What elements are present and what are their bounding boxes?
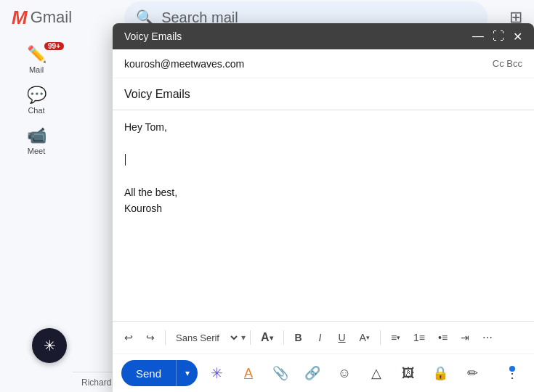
sidebar-item-chat[interactable]: 💬 Chat bbox=[4, 81, 68, 119]
text-cursor bbox=[125, 154, 126, 166]
floating-sparkle-icon: ✳ bbox=[44, 337, 56, 354]
send-button-group: Send ▾ bbox=[121, 360, 198, 386]
cc-bcc-label[interactable]: Cc Bcc bbox=[493, 58, 522, 69]
mail-icon: ✏️ bbox=[27, 45, 46, 64]
compose-modal: Voicy Emails — ⛶ ✕ kourosh@meetwaves.com… bbox=[113, 23, 534, 392]
ordered-list-icon: 1≡ bbox=[413, 332, 425, 343]
toolbar-divider-1 bbox=[165, 330, 166, 345]
compose-subject-field[interactable]: Voicy Emails bbox=[113, 78, 534, 110]
sidebar-item-label-chat: Chat bbox=[28, 106, 44, 115]
text-color-action-button[interactable]: A bbox=[235, 360, 262, 386]
font-select[interactable]: Sans Serif Serif Monospace bbox=[170, 329, 240, 347]
compose-header: Voicy Emails — ⛶ ✕ bbox=[113, 23, 534, 49]
unordered-list-button[interactable]: •≡ bbox=[432, 326, 453, 349]
compose-to-field[interactable]: kourosh@meetwaves.com Cc Bcc bbox=[113, 49, 534, 78]
bold-button[interactable]: B bbox=[288, 326, 309, 349]
sidebar-item-label-meet: Meet bbox=[28, 147, 45, 155]
italic-button[interactable]: I bbox=[310, 326, 331, 349]
compose-to-value: kourosh@meetwaves.com bbox=[124, 58, 493, 70]
notification-dot bbox=[509, 366, 515, 372]
link-icon: 🔗 bbox=[304, 365, 320, 381]
gmail-m-icon: M bbox=[12, 7, 28, 29]
attach-icon: 📎 bbox=[272, 365, 288, 381]
font-size-button[interactable]: A ▾ bbox=[255, 326, 279, 349]
emoji-button[interactable]: ☺ bbox=[331, 360, 357, 386]
format-toolbar: ↩ ↪ Sans Serif Serif Monospace ▾ A ▾ B I… bbox=[113, 321, 534, 354]
body-cursor-line bbox=[124, 152, 522, 168]
sidebar-item-mail[interactable]: ✏️ Mail 99+ bbox=[4, 41, 68, 78]
text-color-action-icon: A bbox=[244, 366, 253, 381]
body-line4: Kourosh bbox=[124, 200, 522, 216]
sparkle-icon: ✳ bbox=[211, 364, 223, 382]
send-dropdown-button[interactable]: ▾ bbox=[176, 360, 198, 386]
more-button[interactable]: ⋮ bbox=[499, 360, 525, 386]
send-button[interactable]: Send bbox=[121, 360, 176, 386]
emoji-icon: ☺ bbox=[338, 366, 351, 381]
photo-icon: 🖼 bbox=[402, 366, 415, 381]
more-actions-container: ⋮ bbox=[499, 360, 525, 386]
chevron-down-icon: ▾ bbox=[185, 368, 190, 378]
lock-button[interactable]: 🔒 bbox=[427, 360, 453, 386]
align-icon: ≡ bbox=[391, 332, 397, 343]
chat-icon: 💬 bbox=[27, 86, 46, 105]
align-chevron-icon: ▾ bbox=[397, 334, 400, 341]
more-format-button[interactable]: ⋯ bbox=[477, 326, 498, 349]
compose-header-actions: — ⛶ ✕ bbox=[472, 30, 522, 44]
gmail-logo: M Gmail bbox=[12, 7, 72, 29]
lock-icon: 🔒 bbox=[432, 365, 448, 381]
attach-button[interactable]: 📎 bbox=[267, 360, 294, 386]
photo-button[interactable]: 🖼 bbox=[395, 360, 421, 386]
unordered-list-icon: •≡ bbox=[438, 332, 448, 343]
compose-subject-value: Voicy Emails bbox=[124, 88, 190, 101]
ordered-list-button[interactable]: 1≡ bbox=[408, 326, 431, 349]
chevron-down-icon: ▾ bbox=[241, 332, 246, 343]
link-button[interactable]: 🔗 bbox=[299, 360, 325, 386]
undo-button[interactable]: ↩ bbox=[118, 326, 139, 349]
chevron-icon: ▾ bbox=[366, 334, 370, 341]
toolbar-divider-4 bbox=[380, 330, 381, 345]
sidebar-item-label-mail: Mail bbox=[29, 65, 44, 74]
status-left-text: Richard bbox=[81, 377, 111, 388]
text-color-button[interactable]: A ▾ bbox=[354, 326, 376, 349]
gmail-title: Gmail bbox=[31, 8, 72, 27]
close-icon[interactable]: ✕ bbox=[513, 30, 522, 44]
sidebar-item-meet[interactable]: 📹 Meet bbox=[4, 122, 68, 160]
compose-body[interactable]: Hey Tom, All the best, Kourosh bbox=[113, 110, 534, 321]
mail-badge: 99+ bbox=[44, 42, 64, 50]
toolbar-divider-2 bbox=[250, 330, 251, 345]
compose-header-title: Voicy Emails bbox=[124, 30, 182, 42]
floating-ai-button[interactable]: ✳ bbox=[32, 328, 67, 363]
more-format-icon: ⋯ bbox=[482, 332, 493, 343]
ai-sparkle-button[interactable]: ✳ bbox=[203, 360, 230, 386]
text-color-icon: A bbox=[360, 332, 366, 343]
body-line3: All the best, bbox=[124, 184, 522, 200]
align-button[interactable]: ≡ ▾ bbox=[385, 326, 406, 349]
drive-button[interactable]: △ bbox=[363, 360, 389, 386]
minimize-icon[interactable]: — bbox=[472, 30, 484, 44]
signature-button[interactable]: ✏ bbox=[459, 360, 485, 386]
drive-icon: △ bbox=[371, 365, 381, 381]
indent-icon: ⇥ bbox=[461, 332, 469, 343]
body-line1: Hey Tom, bbox=[124, 119, 522, 135]
pen-icon: ✏ bbox=[467, 365, 478, 381]
underline-button[interactable]: U bbox=[332, 326, 352, 349]
maximize-icon[interactable]: ⛶ bbox=[493, 30, 504, 44]
action-bar: Send ▾ ✳ A 📎 🔗 ☺ △ 🖼 🔒 bbox=[113, 354, 534, 392]
redo-button[interactable]: ↪ bbox=[140, 326, 161, 349]
indent-button[interactable]: ⇥ bbox=[455, 326, 475, 349]
meet-icon: 📹 bbox=[27, 126, 46, 145]
toolbar-divider-3 bbox=[283, 330, 284, 345]
